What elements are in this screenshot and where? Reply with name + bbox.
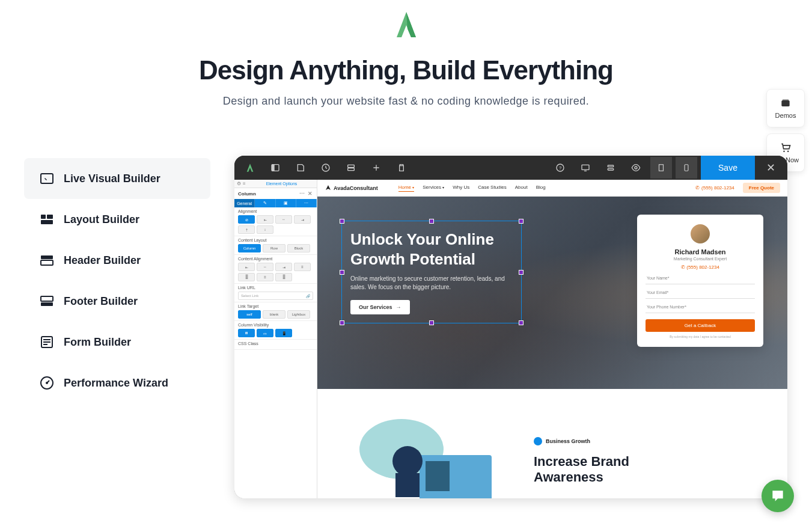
tab-footer-builder[interactable]: Footer Builder [24, 281, 210, 322]
form-builder-icon [40, 335, 54, 349]
hero-paragraph: Online marketing to secure customer rete… [350, 275, 513, 292]
calign-1[interactable]: ⇤ [238, 263, 255, 271]
link-url-input[interactable]: Select Link🔗 [238, 292, 313, 300]
avada-small-logo-icon[interactable] [239, 157, 261, 179]
gear-icon[interactable]: ⚙ [237, 181, 243, 187]
calign-7[interactable]: ≣ [275, 273, 292, 281]
tab-label: Performance Wizard [64, 377, 168, 390]
align-center[interactable]: ↔ [275, 215, 292, 224]
svg-point-28 [635, 167, 637, 169]
calign-5[interactable]: ≣ [238, 273, 255, 281]
site-logo[interactable]: AvadaConsultant [325, 185, 378, 192]
link-target-group: Link Target self blank Lightbox [234, 302, 317, 321]
editing-column[interactable]: Unlock Your Online Growth Potential Onli… [341, 221, 522, 323]
target-lightbox[interactable]: Lightbox [287, 310, 310, 319]
nav-blog[interactable]: Blog [536, 185, 546, 192]
free-quote-button[interactable]: Free Quote [743, 183, 780, 193]
options-panel: ⚙ ≡ Element Options Column ⋯ ✕ General ✎… [234, 180, 317, 498]
below-heading: Increase Brand Awareness [534, 454, 751, 486]
consultant-name: Richard Madsen [646, 248, 755, 255]
callback-submit-button[interactable]: Get a Callback [646, 319, 755, 332]
trash-icon[interactable] [391, 157, 412, 179]
demos-button[interactable]: Demos [766, 89, 805, 127]
menu-icon[interactable]: ≡ [243, 181, 249, 187]
svg-rect-11 [41, 302, 53, 306]
calign-2[interactable]: ↔ [257, 263, 273, 271]
illustration [353, 413, 510, 498]
svg-rect-7 [41, 220, 53, 224]
phone-input[interactable]: Your Phone Number* [646, 301, 755, 313]
svg-rect-26 [608, 165, 613, 167]
calign-3[interactable]: ⇥ [275, 263, 292, 271]
tablet-icon[interactable] [600, 157, 621, 179]
chat-bubble-button[interactable] [762, 480, 794, 512]
nav-why-us[interactable]: Why Us [453, 185, 469, 192]
align-right[interactable]: ⇥ [294, 215, 311, 224]
consultant-phone[interactable]: ✆ (555) 802-1234 [646, 265, 755, 270]
footer-builder-icon [40, 294, 54, 308]
tab-label: Header Builder [64, 254, 141, 267]
layout-row[interactable]: Row [263, 244, 285, 252]
help-icon[interactable]: ? [549, 157, 571, 179]
svg-rect-1 [783, 99, 789, 100]
nav-home[interactable]: Home ▾ [398, 185, 415, 192]
svg-rect-33 [426, 461, 450, 491]
nav-case-studies[interactable]: Case Studies [478, 185, 507, 192]
svg-rect-5 [41, 215, 46, 219]
name-input[interactable]: Your Name* [646, 272, 755, 284]
panel-section-header: Column ⋯ ✕ [234, 188, 317, 199]
add-element-icon[interactable] [365, 157, 387, 179]
vis-tablet[interactable]: ▭ [257, 329, 273, 337]
svg-point-2 [783, 151, 785, 153]
save-button[interactable]: Save [701, 156, 755, 180]
layout-column[interactable]: Column [238, 244, 261, 252]
panel-tab-extras[interactable]: ⋯ [296, 199, 317, 207]
tab-form-builder[interactable]: Form Builder [24, 322, 210, 362]
more-icon[interactable]: ⋯ ✕ [299, 191, 313, 197]
tab-performance-wizard[interactable]: Performance Wizard [24, 362, 210, 403]
sidebar-toggle-icon[interactable] [264, 157, 286, 179]
panel-tab-bg[interactable]: ▣ [276, 199, 296, 207]
svg-point-3 [787, 151, 789, 153]
svg-rect-13 [43, 339, 50, 340]
tab-layout-builder[interactable]: Layout Builder [24, 199, 210, 240]
svg-text:?: ? [559, 165, 562, 171]
nav-services[interactable]: Services ▾ [423, 185, 444, 192]
panel-tabs: General ✎ ▣ ⋯ [234, 199, 317, 207]
layout-block[interactable]: Block [287, 244, 310, 252]
align-default[interactable]: ⊘ [238, 215, 255, 224]
svg-rect-4 [41, 174, 53, 183]
server-icon[interactable] [340, 157, 362, 179]
vis-mobile[interactable]: 📱 [275, 329, 292, 337]
target-blank[interactable]: blank [263, 310, 285, 319]
preview-icon[interactable] [625, 157, 647, 179]
tab-header-builder[interactable]: Header Builder [24, 240, 210, 281]
mobile-icon[interactable] [676, 157, 697, 179]
calign-4[interactable]: ≡ [294, 263, 311, 271]
svg-rect-30 [685, 165, 688, 171]
email-input[interactable]: Your Email* [646, 287, 755, 299]
tab-label: Footer Builder [64, 295, 138, 308]
align-top[interactable]: ⇡ [238, 225, 255, 234]
target-self[interactable]: self [238, 310, 261, 319]
svg-rect-35 [395, 473, 420, 497]
align-left[interactable]: ⇤ [257, 215, 273, 224]
svg-rect-8 [41, 255, 53, 259]
calign-6[interactable]: ≡ [257, 273, 273, 281]
content-alignment-group: Content Alignment ⇤ ↔ ⇥ ≡ ≣ ≡ ≣ [234, 255, 317, 284]
tab-live-visual-builder[interactable]: Live Visual Builder [24, 158, 210, 199]
header-phone[interactable]: ✆(555) 802-1234 [695, 185, 734, 191]
panel-tab-general[interactable]: General [234, 199, 255, 207]
desktop-icon[interactable] [575, 157, 596, 179]
history-icon[interactable] [315, 157, 337, 179]
live-visual-builder-icon [40, 171, 54, 186]
vis-desktop[interactable]: 🖥 [238, 329, 255, 337]
builder-canvas: AvadaConsultant Home ▾ Services ▾ Why Us… [317, 180, 787, 498]
align-middle[interactable]: ↕ [257, 225, 273, 234]
panel-tab-design[interactable]: ✎ [255, 199, 275, 207]
close-button[interactable]: ✕ [759, 156, 783, 180]
nav-about[interactable]: About [515, 185, 528, 192]
hero-cta-button[interactable]: Our Services → [350, 300, 410, 314]
save-draft-icon[interactable] [290, 157, 311, 179]
page-icon[interactable] [650, 157, 672, 179]
